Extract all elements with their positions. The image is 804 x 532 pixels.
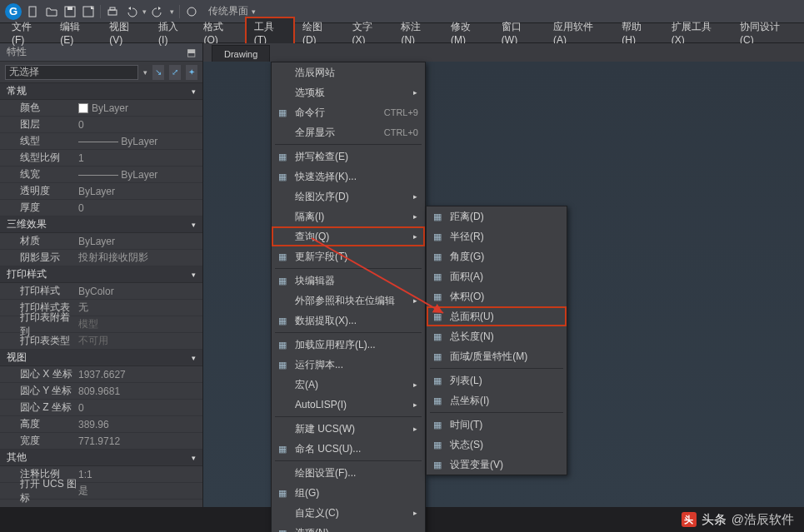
- chevron-down-icon[interactable]: ▾: [143, 68, 147, 77]
- prop-label: 材质: [0, 234, 78, 248]
- prop-row[interactable]: 圆心 Z 坐标0: [0, 400, 202, 416]
- highlight-icon[interactable]: ✦: [186, 65, 197, 80]
- prop-row[interactable]: 线宽———— ByLayer: [0, 167, 202, 183]
- submenu-item-设置变量V[interactable]: ▦设置变量(V): [427, 455, 567, 475]
- submenu-item-时间T[interactable]: ▦时间(T): [427, 415, 567, 435]
- prop-value: 0: [78, 202, 202, 214]
- menu-item-外部参照和块在位编辑[interactable]: 外部参照和块在位编辑▸: [272, 291, 425, 311]
- submenu-item-总面积U[interactable]: ▦总面积(U): [427, 306, 567, 326]
- filter-icon[interactable]: ↘: [152, 65, 164, 80]
- prop-value: ———— ByLayer: [78, 136, 202, 147]
- prop-row[interactable]: 宽度771.9712: [0, 433, 202, 450]
- menu-item-绘图次序D[interactable]: 绘图次序(D)▸: [272, 186, 425, 206]
- submenu-item-半径R[interactable]: ▦半径(R): [427, 226, 567, 246]
- menu-item-命令行[interactable]: ▦命令行CTRL+9: [272, 102, 425, 122]
- menu-插入[interactable]: 插入(I): [150, 17, 195, 48]
- prop-row[interactable]: 厚度0: [0, 200, 202, 216]
- submenu-item-体积O[interactable]: ▦体积(O): [427, 286, 567, 306]
- menu-item-数据提取X[interactable]: ▦数据提取(X)...: [272, 311, 425, 331]
- prop-row[interactable]: 高度389.96: [0, 416, 202, 433]
- submenu-item-面域质量特性M[interactable]: ▦面域/质量特性(M): [427, 346, 567, 366]
- undo-chevron[interactable]: ▾: [142, 7, 147, 16]
- prop-row[interactable]: 打印表类型不可用: [0, 333, 202, 350]
- submenu-arrow-icon: ▸: [413, 192, 425, 201]
- select-icon[interactable]: ⤢: [169, 65, 181, 80]
- submenu-item-点坐标I[interactable]: ▦点坐标(I): [427, 390, 567, 410]
- section-view[interactable]: 视图▾: [0, 350, 202, 366]
- prop-row[interactable]: 透明度ByLayer: [0, 183, 202, 200]
- menu-item-选项板[interactable]: 选项板▸: [272, 82, 425, 102]
- submenu-item-距离D[interactable]: ▦距离(D): [427, 206, 567, 226]
- prop-row[interactable]: 打印表附着到模型: [0, 316, 202, 333]
- submenu-item-总长度N[interactable]: ▦总长度(N): [427, 326, 567, 346]
- prop-row[interactable]: 圆心 Y 坐标809.9681: [0, 383, 202, 400]
- menu-label: 时间(T): [448, 418, 567, 432]
- menu-item-加载应用程序L[interactable]: ▦加载应用程序(L)...: [272, 335, 425, 355]
- tarea-icon: ▦: [427, 311, 448, 322]
- undo-icon[interactable]: [124, 5, 137, 18]
- prop-label: 圆心 Y 坐标: [0, 384, 78, 398]
- menu-label: 绘图次序(D): [293, 190, 413, 204]
- menu-item-拼写检查E[interactable]: ▦拼写检查(E): [272, 147, 425, 167]
- canvas[interactable]: 浩辰网站选项板▸▦命令行CTRL+9全屏显示CTRL+0▦拼写检查(E)▦快速选…: [203, 62, 804, 507]
- section-other[interactable]: 其他▾: [0, 450, 202, 466]
- menu-separator: [275, 144, 422, 145]
- prop-row[interactable]: 颜色ByLayer: [0, 100, 202, 117]
- prop-row[interactable]: 打印样式ByColor: [0, 283, 202, 300]
- prop-row[interactable]: 线型———— ByLayer: [0, 133, 202, 150]
- menu-item-更新字段T[interactable]: ▦更新字段(T): [272, 246, 425, 266]
- submenu-item-状态S[interactable]: ▦状态(S): [427, 435, 567, 455]
- menu-label: 选项(N)...: [293, 526, 425, 533]
- selection-input[interactable]: [5, 65, 138, 80]
- menu-label: 总长度(N): [448, 330, 567, 344]
- section-plot[interactable]: 打印样式▾: [0, 266, 202, 283]
- menu-item-查询Q[interactable]: 查询(Q)▸: [272, 226, 425, 246]
- section-general[interactable]: 常规▾: [0, 83, 202, 100]
- submenu-arrow-icon: ▸: [413, 88, 425, 97]
- menu-item-浩辰网站[interactable]: 浩辰网站: [272, 62, 425, 82]
- saveas-icon[interactable]: [82, 5, 95, 18]
- submenu-item-角度G[interactable]: ▦角度(G): [427, 246, 567, 266]
- menu-item-宏A[interactable]: 宏(A)▸: [272, 375, 425, 395]
- prop-row[interactable]: 图层0: [0, 117, 202, 133]
- section-threeD[interactable]: 三维效果▾: [0, 216, 202, 233]
- menu-label: 面域/质量特性(M): [448, 350, 567, 364]
- menu-编辑[interactable]: 编辑(E): [52, 17, 101, 48]
- menu-item-自定义C[interactable]: 自定义(C)▸: [272, 503, 425, 523]
- menu-separator: [430, 368, 563, 369]
- menu-item-选项N[interactable]: ▦选项(N)...: [272, 523, 425, 532]
- ui-style-selector[interactable]: 传统界面 ▾: [203, 4, 261, 18]
- menu-item-命名UCSU[interactable]: ▦命名 UCS(U)...: [272, 439, 425, 459]
- menu-item-隔离I[interactable]: 隔离(I)▸: [272, 206, 425, 226]
- submenu-item-面积A[interactable]: ▦面积(A): [427, 266, 567, 286]
- menu-item-全屏显示[interactable]: 全屏显示CTRL+0: [272, 122, 425, 142]
- menu-label: 总面积(U): [448, 310, 567, 324]
- menu-item-绘图设置F[interactable]: 绘图设置(F)...: [272, 463, 425, 483]
- menu-item-块编辑器[interactable]: ▦块编辑器: [272, 271, 425, 291]
- menu-文件[interactable]: 文件(F): [3, 17, 52, 48]
- prop-value: 771.9712: [78, 435, 202, 447]
- redo-chevron[interactable]: ▾: [170, 7, 174, 16]
- document-tab[interactable]: Drawing: [212, 45, 270, 62]
- prop-row[interactable]: 线型比例1: [0, 150, 202, 167]
- menu-视图[interactable]: 视图(V): [101, 17, 150, 48]
- prop-row[interactable]: 材质ByLayer: [0, 233, 202, 250]
- open-icon[interactable]: [45, 5, 58, 18]
- prop-value: 是: [78, 484, 202, 498]
- menu-item-新建UCSW[interactable]: 新建 UCS(W)▸: [272, 419, 425, 439]
- menu-item-组G[interactable]: ▦组(G): [272, 483, 425, 503]
- submenu-item-列表L[interactable]: ▦列表(L): [427, 370, 567, 390]
- menu-label: AutoLISP(I): [293, 399, 413, 410]
- prop-row[interactable]: 圆心 X 坐标1937.6627: [0, 366, 202, 383]
- menu-item-运行脚本[interactable]: ▦运行脚本...: [272, 355, 425, 375]
- new-icon[interactable]: [27, 5, 40, 18]
- menu-label: 绘图设置(F)...: [293, 466, 425, 480]
- menu-item-AutoLISPI[interactable]: AutoLISP(I)▸: [272, 395, 425, 415]
- prop-row[interactable]: 打开 UCS 图标是: [0, 483, 202, 500]
- prop-row[interactable]: 阴影显示投射和接收阴影: [0, 250, 202, 266]
- redo-icon[interactable]: [152, 5, 165, 18]
- save-icon[interactable]: [63, 5, 77, 18]
- print-icon[interactable]: [106, 5, 119, 18]
- menu-item-快速选择K[interactable]: ▦快速选择(K)...: [272, 167, 425, 186]
- skin-icon[interactable]: [185, 5, 198, 18]
